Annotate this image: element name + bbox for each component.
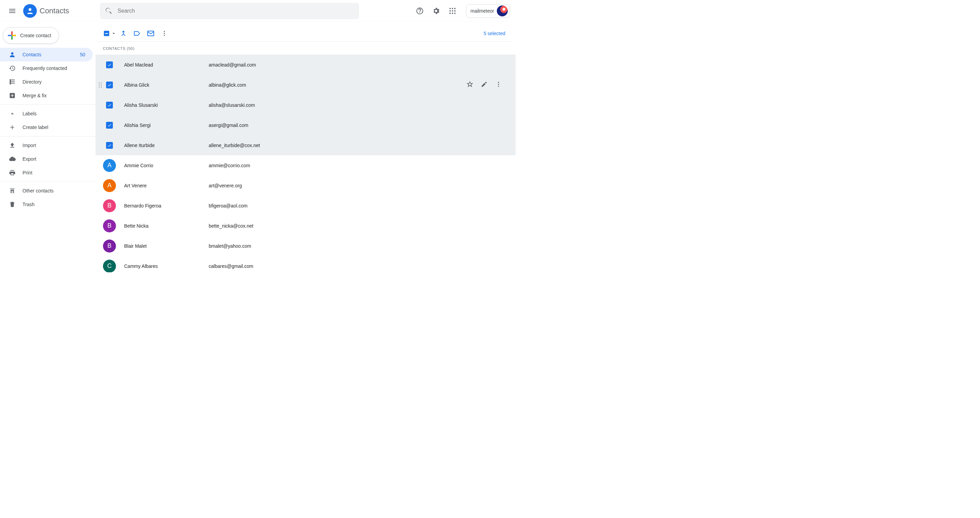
divider (0, 136, 95, 137)
help-icon (416, 7, 424, 15)
contact-email: amaclead@gmail.com (209, 62, 256, 68)
row-checkbox[interactable] (106, 142, 113, 149)
row-more-button[interactable] (495, 81, 502, 89)
contact-name: Alishia Sergi (124, 123, 209, 128)
contact-row[interactable]: Abel Macleadamaclead@gmail.com (95, 54, 515, 75)
star-button[interactable] (466, 81, 473, 89)
merge-button[interactable] (117, 27, 130, 40)
contact-row[interactable]: BBette Nickabette_nicka@cox.net (95, 216, 515, 236)
contact-avatar[interactable]: B (103, 219, 116, 233)
search-icon (105, 7, 113, 15)
contact-avatar[interactable]: A (103, 179, 116, 192)
contact-row[interactable]: AArt Venereart@venere.org (95, 175, 515, 196)
svg-point-4 (454, 8, 455, 9)
svg-point-9 (452, 13, 453, 14)
sidebar-item-frequently-contacted[interactable]: Frequently contacted (0, 61, 93, 75)
main-menu-button[interactable] (4, 3, 21, 19)
more-vert-icon (161, 30, 168, 37)
header: Contacts mailmeteor (0, 0, 515, 22)
divider (0, 104, 95, 105)
selected-count: 5 selected (484, 31, 505, 36)
sidebar-other-contacts[interactable]: Other contacts (0, 184, 93, 198)
archive-icon (9, 187, 16, 194)
section-label: Contacts (50) (95, 41, 515, 54)
row-checkbox[interactable] (106, 102, 113, 108)
svg-point-6 (452, 10, 453, 11)
contact-name: Cammy Albares (124, 263, 209, 269)
merge-icon (120, 30, 127, 37)
drag-handle-icon[interactable] (98, 81, 102, 88)
help-button[interactable] (413, 4, 426, 18)
contact-row[interactable]: Alisha Slusarskialisha@slusarski.com (95, 95, 515, 115)
sidebar-item-contacts[interactable]: Contacts 50 (0, 48, 93, 61)
main: 5 selected Contacts (50) Abel Macleadama… (95, 22, 515, 272)
row-checkbox[interactable] (106, 122, 113, 129)
contact-row[interactable]: Allene Iturbideallene_iturbide@cox.net (95, 135, 515, 155)
account-chip[interactable]: mailmeteor (466, 4, 510, 18)
account-label: mailmeteor (471, 8, 494, 14)
contact-avatar[interactable]: C (103, 260, 116, 273)
person-icon (26, 7, 34, 15)
nav-label: Directory (22, 79, 41, 84)
directory-icon (9, 78, 16, 85)
more-vert-icon (495, 81, 502, 88)
sidebar-item-directory[interactable]: Directory (0, 75, 93, 89)
svg-point-8 (449, 13, 451, 14)
nav-label: Import (22, 143, 36, 148)
contact-row[interactable]: BBlair Maletbmalet@yahoo.com (95, 236, 515, 256)
contact-name: Allene Iturbide (124, 143, 209, 148)
sidebar-create-label[interactable]: Create label (0, 120, 93, 134)
sidebar-labels-header[interactable]: Labels (0, 107, 93, 120)
nav-label: Print (22, 170, 32, 175)
contact-row[interactable]: Albina Glickalbina@glick.com (95, 75, 515, 95)
sidebar-print[interactable]: Print (0, 166, 93, 180)
contact-avatar[interactable]: B (103, 239, 116, 252)
nav-label: Create label (22, 124, 48, 130)
contact-email: albina@glick.com (209, 82, 246, 88)
merge-fix-icon (9, 92, 16, 99)
contact-name: Art Venere (124, 183, 209, 188)
sidebar-import[interactable]: Import (0, 139, 93, 152)
row-checkbox[interactable] (106, 61, 113, 68)
contact-row[interactable]: CCammy Albarescalbares@gmail.com (95, 256, 515, 272)
sidebar: Create contact Contacts 50 Frequently co… (0, 22, 95, 272)
history-icon (9, 65, 16, 72)
sidebar-export[interactable]: Export (0, 152, 93, 166)
email-button[interactable] (144, 27, 158, 40)
svg-point-24 (498, 84, 499, 84)
sidebar-trash[interactable]: Trash (0, 198, 93, 211)
contact-row[interactable]: Alishia Sergiasergi@gmail.com (95, 115, 515, 135)
contact-name: Bette Nicka (124, 223, 209, 229)
contact-row[interactable]: BBernardo Figeroabfigeroa@aol.com (95, 196, 515, 216)
search-input[interactable] (118, 8, 354, 14)
contact-email: bmalet@yahoo.com (209, 243, 251, 249)
edit-button[interactable] (481, 81, 488, 89)
nav-label: Other contacts (22, 188, 54, 193)
svg-point-16 (164, 35, 165, 36)
create-contact-label: Create contact (20, 33, 51, 38)
contact-avatar[interactable]: B (103, 199, 116, 212)
contact-row[interactable]: AAmmie Corrioammie@corrio.com (95, 155, 515, 175)
select-all-toggle[interactable] (103, 27, 117, 40)
svg-rect-12 (105, 33, 108, 34)
svg-point-0 (29, 8, 31, 11)
sidebar-item-merge-fix[interactable]: Merge & fix (0, 89, 93, 102)
cloud-icon (9, 156, 16, 163)
contact-email: bfigeroa@aol.com (209, 203, 248, 209)
label-button[interactable] (130, 27, 144, 40)
upload-icon (9, 142, 16, 149)
apps-button[interactable] (445, 4, 459, 18)
contact-name: Albina Glick (124, 82, 209, 88)
row-actions (466, 81, 502, 89)
contact-avatar[interactable]: A (103, 159, 116, 172)
create-contact-button[interactable]: Create contact (3, 27, 59, 44)
svg-point-19 (99, 84, 100, 85)
account-avatar (497, 5, 508, 16)
mail-icon (146, 29, 155, 38)
contacts-logo (23, 4, 37, 18)
row-checkbox[interactable] (106, 81, 113, 88)
settings-button[interactable] (429, 4, 443, 18)
search-bar[interactable] (100, 3, 359, 19)
more-button[interactable] (158, 27, 171, 40)
hamburger-icon (8, 7, 16, 15)
